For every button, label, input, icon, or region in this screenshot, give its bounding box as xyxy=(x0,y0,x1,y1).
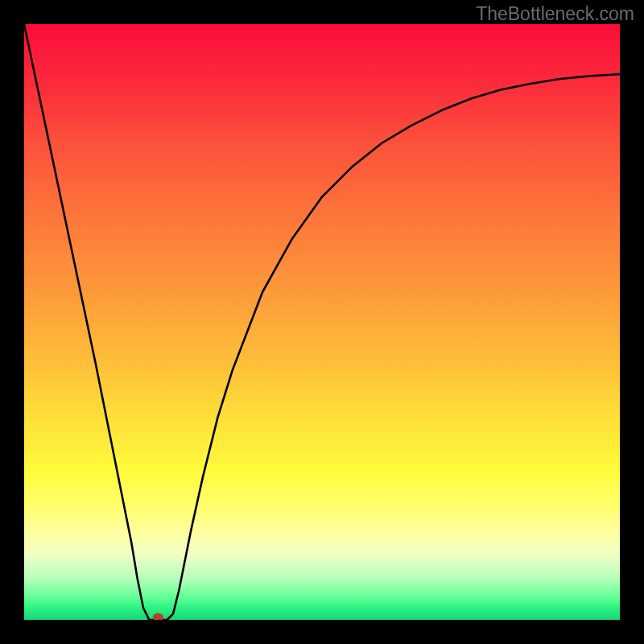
plot-area xyxy=(24,24,620,620)
chart-frame: TheBottleneck.com xyxy=(0,0,644,644)
curve-layer xyxy=(24,24,620,620)
watermark-text: TheBottleneck.com xyxy=(476,3,634,25)
minimum-marker xyxy=(153,613,163,621)
bottleneck-curve xyxy=(24,24,620,620)
